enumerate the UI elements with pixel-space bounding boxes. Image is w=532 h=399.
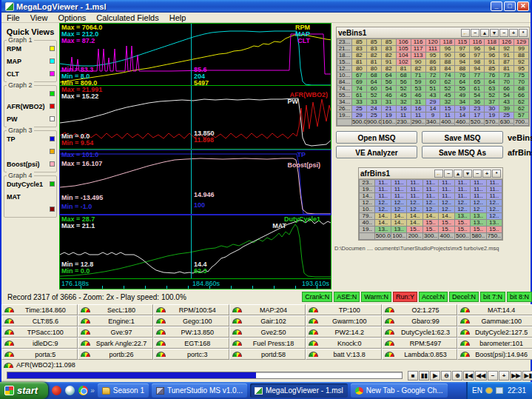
bin-cell[interactable]: 83 <box>366 46 381 53</box>
bin-cell[interactable]: 97 <box>470 53 485 59</box>
opera-icon[interactable] <box>52 386 61 395</box>
bin-cell[interactable]: 54 <box>499 93 514 99</box>
language-indicator[interactable]: EN <box>472 386 482 395</box>
bin-cell[interactable]: 11.. <box>454 180 470 187</box>
bin-cell[interactable]: 11 <box>411 113 425 119</box>
task-tunerstudio-ms-v1-0-[interactable]: TunerStudio MS v1.0... <box>152 383 247 398</box>
vebins-titlebar[interactable]: veBins1 ←−▲▼−+* <box>337 27 529 38</box>
bin-cell[interactable]: 94 <box>470 66 485 73</box>
bin-cell[interactable]: 32 <box>440 99 455 106</box>
bin-cell[interactable]: 15.. <box>439 220 454 227</box>
bin-cell[interactable]: 45 <box>396 93 411 99</box>
time-cursor[interactable] <box>191 215 192 278</box>
save-msq-button[interactable]: Save MSQ <box>422 131 503 144</box>
graph2-plot[interactable]: Max = 21.991 Max = 15.22 Min = 0.0 Min =… <box>59 86 331 150</box>
back-icon[interactable]: ← <box>461 29 470 37</box>
bin-cell[interactable]: 95 <box>425 53 440 59</box>
bin-cell[interactable]: 65 <box>470 79 485 86</box>
bin-cell[interactable]: 60 <box>366 86 381 93</box>
bin-cell[interactable]: 52 <box>440 86 455 93</box>
zoom-out-button[interactable]: ⊖ <box>441 371 451 380</box>
bin-cell[interactable]: 19 <box>485 113 499 119</box>
menu-help[interactable]: Help <box>164 13 192 22</box>
bin-cell[interactable]: 111 <box>425 46 440 53</box>
bin-cell[interactable]: 15.. <box>471 227 486 233</box>
bin-cell[interactable]: 54 <box>470 93 485 99</box>
bin-cell[interactable]: 25 <box>366 113 381 119</box>
bin-cell[interactable]: 85 <box>366 39 381 46</box>
bin-cell[interactable]: 14.. <box>407 213 422 220</box>
skip-end-button[interactable]: ▶▮ <box>522 371 532 380</box>
bin-cell[interactable]: 13.. <box>471 220 486 227</box>
bin-cell[interactable]: 83 <box>381 46 396 53</box>
bin-cell[interactable]: 104 <box>396 53 411 59</box>
time-cursor[interactable] <box>191 86 192 149</box>
bin-cell[interactable]: 68 <box>514 86 529 93</box>
bin-cell[interactable]: 82 <box>381 53 396 59</box>
bin-cell[interactable]: 120 <box>425 39 440 46</box>
bin-cell[interactable]: 12.. <box>375 207 391 213</box>
bin-cell[interactable]: 60 <box>425 79 440 86</box>
bin-cell[interactable]: 54 <box>381 86 396 93</box>
series-color-swatch[interactable] <box>50 181 55 187</box>
close-icon[interactable]: * <box>519 29 528 37</box>
series-color-swatch[interactable] <box>50 116 55 121</box>
bin-cell[interactable]: 113 <box>411 53 425 59</box>
bin-cell[interactable]: 25 <box>351 106 366 113</box>
bin-cell[interactable]: 12.. <box>486 207 502 213</box>
bin-cell[interactable]: 14.. <box>439 213 454 220</box>
collapse-icon[interactable]: − <box>471 29 479 37</box>
bin-cell[interactable]: 72 <box>425 73 440 79</box>
bin-cell[interactable]: 11.. <box>422 187 438 193</box>
bin-cell[interactable]: 15.. <box>439 227 454 233</box>
minimize-button[interactable]: _ <box>491 1 502 11</box>
bin-cell[interactable]: 55 <box>455 86 470 93</box>
bin-cell[interactable]: 12.. <box>422 207 438 213</box>
task-new-tab-google-ch-[interactable]: New Tab - Google Ch... <box>351 383 448 398</box>
bin-cell[interactable]: 94 <box>485 46 499 53</box>
bin-cell[interactable]: 116 <box>470 39 485 46</box>
bin-cell[interactable]: 99 <box>514 46 529 53</box>
bin-cell[interactable]: 76 <box>485 73 499 79</box>
bin-cell[interactable]: 86 <box>425 59 440 66</box>
bin-cell[interactable]: 85 <box>351 39 366 46</box>
bin-cell[interactable]: 46 <box>411 93 425 99</box>
bin-cell[interactable]: 70 <box>499 79 514 86</box>
bin-cell[interactable]: 102 <box>396 59 411 66</box>
bin-cell[interactable]: 69 <box>351 79 366 86</box>
graph1-plot[interactable]: Max = 7064.0 Max = 212.0 Max = 87.2 Min … <box>59 23 331 86</box>
bin-cell[interactable]: 9 <box>425 113 440 119</box>
bin-cell[interactable]: 11.. <box>486 187 502 193</box>
bin-cell[interactable]: 17 <box>470 113 485 119</box>
series-color-swatch[interactable] <box>50 46 55 51</box>
skip-start-button[interactable]: ▮◀ <box>463 371 474 380</box>
time-cursor[interactable] <box>191 150 192 214</box>
bin-cell[interactable]: 30 <box>485 106 499 113</box>
bin-cell[interactable]: 14 <box>425 106 440 113</box>
bin-cell[interactable]: 11.. <box>407 187 422 193</box>
bin-cell[interactable]: 11.. <box>375 193 391 200</box>
bin-cell[interactable]: 45 <box>440 93 455 99</box>
series-color-swatch[interactable] <box>50 207 55 212</box>
bin-cell[interactable]: 12.. <box>439 207 454 213</box>
bin-cell[interactable]: 129 <box>514 39 529 46</box>
bin-cell[interactable]: 31 <box>411 99 425 106</box>
pause-button[interactable]: ▮▮ <box>419 371 429 380</box>
bin-cell[interactable]: 66 <box>499 86 514 93</box>
bin-cell[interactable]: 11.. <box>471 180 486 187</box>
bin-cell[interactable]: 96 <box>440 46 455 53</box>
bin-cell[interactable]: 11.. <box>439 180 454 187</box>
bin-cell[interactable]: 12.. <box>407 200 422 207</box>
bin-cell[interactable]: 16 <box>396 106 411 113</box>
play-button[interactable]: ▶ <box>430 371 440 380</box>
bin-cell[interactable]: 94 <box>455 59 470 66</box>
bin-cell[interactable]: 36 <box>470 99 485 106</box>
bin-cell[interactable]: 14.. <box>375 213 391 220</box>
menu-options[interactable]: Options <box>53 13 91 22</box>
row-down-icon[interactable]: ▼ <box>490 29 499 37</box>
bin-cell[interactable]: 31 <box>381 99 396 106</box>
bin-cell[interactable]: 80 <box>351 66 366 73</box>
bin-cell[interactable]: 19 <box>455 106 470 113</box>
bin-cell[interactable]: 56 <box>396 79 411 86</box>
bin-cell[interactable]: 13.. <box>454 213 470 220</box>
